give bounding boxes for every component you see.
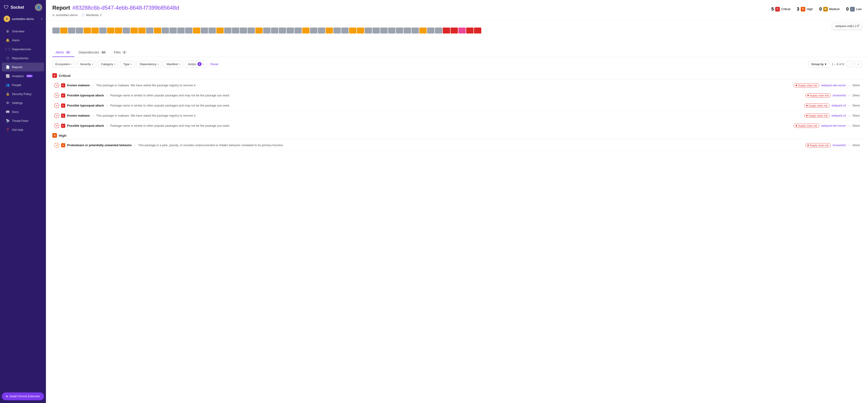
cube-3[interactable] <box>76 28 83 34</box>
cube-27[interactable] <box>263 28 271 34</box>
sidebar-item-repositories[interactable]: ⬡ Repositories <box>2 54 44 62</box>
dependency-filter[interactable]: Dependency ▾ <box>136 61 162 67</box>
cube-37[interactable] <box>341 28 348 34</box>
cube-33[interactable] <box>310 28 317 34</box>
sidebar-item-get-help[interactable]: ❓ Get help <box>2 125 44 134</box>
cube-30[interactable] <box>286 28 294 34</box>
pagination-next-button[interactable]: › <box>855 61 862 67</box>
cube-31[interactable] <box>294 28 302 34</box>
cube-28[interactable] <box>271 28 278 34</box>
cube-45[interactable] <box>404 28 411 34</box>
package-name-1[interactable]: webpack-dev-esrver <box>821 84 846 87</box>
package-name-6[interactable]: browserlist <box>833 144 846 147</box>
cube-0[interactable] <box>52 28 60 34</box>
alert-row[interactable]: ⊘ C Possible typosquat attack › Package … <box>52 121 862 131</box>
cube-4[interactable] <box>84 28 91 34</box>
tab-files[interactable]: Files 2 <box>111 48 130 57</box>
cube-17[interactable] <box>185 28 192 34</box>
cube-5[interactable] <box>91 28 99 34</box>
cube-12[interactable] <box>146 28 153 34</box>
cube-38[interactable] <box>349 28 356 34</box>
close-tooltip-icon[interactable]: ✕ <box>858 24 860 27</box>
cube-54[interactable] <box>474 28 481 34</box>
cube-8[interactable] <box>115 28 122 34</box>
sidebar-item-docs[interactable]: 📖 Docs <box>2 107 44 116</box>
cube-22[interactable] <box>224 28 231 34</box>
group-by-button[interactable]: Group by ▾ <box>808 61 829 67</box>
cube-13[interactable] <box>154 28 161 34</box>
cube-15[interactable] <box>169 28 177 34</box>
sidebar-item-settings[interactable]: ⚙ Settings <box>2 98 44 107</box>
alert-row[interactable]: ⊘ C Possible typosquat attack › Package … <box>52 101 862 111</box>
alert-row[interactable]: ⊘ C Known malware › This package is malw… <box>52 80 862 91</box>
cube-52[interactable] <box>458 28 466 34</box>
cube-34[interactable] <box>318 28 325 34</box>
tab-dependencies[interactable]: Dependencies 64 <box>75 48 110 57</box>
cube-21[interactable] <box>216 28 224 34</box>
cube-51[interactable] <box>451 28 458 34</box>
cube-29[interactable] <box>279 28 286 34</box>
severity-counts: 5 C Critical 3 H High 0 M Medium 0 L Low <box>771 5 862 13</box>
cube-2[interactable] <box>68 28 75 34</box>
cube-35[interactable] <box>326 28 333 34</box>
sidebar-item-dependencies[interactable]: ⋮⋮ Dependencies <box>2 45 44 54</box>
cube-20[interactable] <box>209 28 216 34</box>
sidebar-item-people[interactable]: 👥 People <box>2 80 44 89</box>
cube-6[interactable] <box>99 28 106 34</box>
cube-24[interactable] <box>240 28 247 34</box>
cube-40[interactable] <box>365 28 372 34</box>
user-avatar[interactable]: 👤 <box>35 4 42 11</box>
cube-46[interactable] <box>411 28 419 34</box>
cube-18[interactable] <box>193 28 200 34</box>
supply-chain-badge-1: Supply chain risk <box>794 83 819 88</box>
cube-25[interactable] <box>248 28 255 34</box>
alert-row[interactable]: ⊘ C Possible typosquat attack › Package … <box>52 91 862 101</box>
pagination-prev-button[interactable]: ‹ <box>846 61 853 67</box>
install-chrome-extension-button[interactable]: ⊕ Install Chrome Extension <box>2 393 44 400</box>
cube-41[interactable] <box>372 28 380 34</box>
sidebar-item-threat-feed[interactable]: 📡 Threat Feed <box>2 116 44 125</box>
alert-row[interactable]: ⊘ C Known malware › This package is malw… <box>52 111 862 121</box>
severity-filter[interactable]: Severity ▾ <box>77 61 96 67</box>
sidebar-item-security-policy[interactable]: 🔒 Security Policy <box>2 90 44 98</box>
cube-10[interactable] <box>130 28 138 34</box>
cube-47[interactable] <box>419 28 427 34</box>
cube-42[interactable] <box>380 28 388 34</box>
sidebar-item-reports[interactable]: 📄 Reports <box>2 63 44 71</box>
cube-26[interactable] <box>255 28 263 34</box>
type-filter[interactable]: Type ▾ <box>120 61 135 67</box>
cube-50[interactable] <box>443 28 450 34</box>
cube-7[interactable] <box>107 28 114 34</box>
sidebar-item-alerts[interactable]: 🔔 Alerts <box>2 36 44 44</box>
cube-16[interactable] <box>177 28 185 34</box>
reset-filters-button[interactable]: Reset <box>209 61 220 67</box>
action-filter[interactable]: Action 3 ▾ <box>185 60 207 68</box>
category-filter[interactable]: Category ▾ <box>98 61 119 67</box>
package-name-3[interactable]: webpack-cil <box>832 104 846 107</box>
cube-9[interactable] <box>123 28 130 34</box>
cube-19[interactable] <box>201 28 208 34</box>
manifest-filter[interactable]: Manifest ▾ <box>163 61 183 67</box>
cube-53[interactable] <box>466 28 473 34</box>
package-name-4[interactable]: webpack-cil <box>832 114 846 117</box>
sidebar-item-analytics[interactable]: 📈 Analytics New <box>2 72 44 80</box>
cube-48[interactable] <box>427 28 434 34</box>
sidebar-item-overview[interactable]: ⊞ Overview <box>2 27 44 36</box>
cube-23[interactable] <box>232 28 239 34</box>
tab-alerts[interactable]: Alerts 81 <box>52 48 74 57</box>
cube-32[interactable] <box>302 28 310 34</box>
package-name-5[interactable]: webpack-dev-esrver <box>821 124 846 127</box>
package-name-2[interactable]: browserlist <box>833 94 846 97</box>
cube-39[interactable] <box>357 28 364 34</box>
cube-43[interactable] <box>388 28 396 34</box>
ecosystem-filter[interactable]: Ecosystem ▾ <box>52 61 75 67</box>
cube-11[interactable] <box>138 28 146 34</box>
cube-1[interactable] <box>60 28 67 34</box>
cube-14[interactable] <box>162 28 169 34</box>
alert-row-right-1: Supply chain risk webpack-dev-esrver → D… <box>794 83 860 88</box>
cube-36[interactable] <box>334 28 341 34</box>
account-selector[interactable]: S socketdev-demo ▾ <box>0 14 46 26</box>
cube-49[interactable] <box>435 28 442 34</box>
alert-row[interactable]: ⊘ H Protestware or potentially unwanted … <box>52 140 862 150</box>
cube-44[interactable] <box>396 28 403 34</box>
